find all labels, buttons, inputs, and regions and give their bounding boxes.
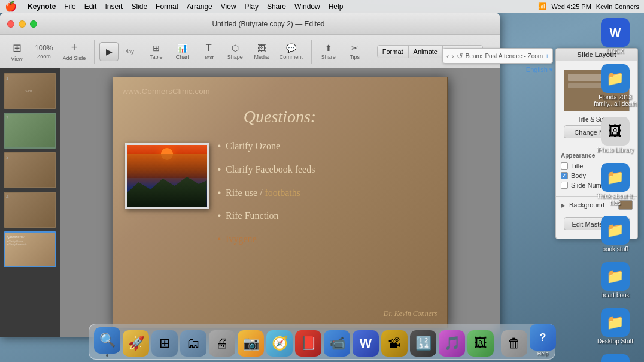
- share-button[interactable]: ⬆ Share: [317, 41, 341, 62]
- canvas-area[interactable]: www.ConnersClinic.com Questions: • Clari…: [60, 68, 500, 337]
- menubar-wifi-icon: 📶: [538, 2, 546, 10]
- view-label: View: [11, 56, 22, 62]
- window-title: Untitled (Butyrate copy 2) — Edited: [44, 20, 493, 28]
- bullet-1: • Clarify Ozone: [218, 140, 438, 153]
- bullet-5: • Ivygene: [218, 233, 438, 246]
- bullet-dot-2: •: [218, 164, 221, 175]
- tips-icon: ✂: [351, 43, 359, 53]
- dock-pdf[interactable]: 📕: [295, 330, 321, 357]
- dock-safari[interactable]: 🧭: [266, 330, 293, 357]
- itunes-icon: 🎵: [439, 330, 465, 357]
- slide-title[interactable]: Questions:: [113, 107, 447, 126]
- menu-play[interactable]: Play: [245, 2, 259, 11]
- launchpad-icon: 🚀: [123, 330, 149, 357]
- dock-printer[interactable]: 🖨: [209, 330, 235, 357]
- table-button[interactable]: ⊞ Table: [144, 41, 168, 62]
- dock-trash[interactable]: 🗑: [501, 330, 527, 357]
- office-folder-icon: 📁: [601, 354, 630, 362]
- desktop-icon-florida[interactable]: 📁 Florida 2013 family...all death: [591, 64, 639, 107]
- menu-share[interactable]: Share: [267, 2, 286, 11]
- chart-button[interactable]: 📊 Chart: [171, 41, 195, 62]
- iphoto-icon-label: iPhoto Library: [597, 147, 634, 153]
- view-button[interactable]: ⊞ View: [5, 39, 29, 64]
- minimize-button[interactable]: [19, 20, 26, 28]
- desktop-icon-docx[interactable]: W DOCX: [591, 18, 639, 55]
- menubar-user[interactable]: Kevin Conners: [596, 3, 639, 10]
- menu-keynote[interactable]: Keynote: [28, 2, 56, 11]
- dock-word[interactable]: W: [353, 330, 379, 357]
- desktop-icon-bookstuff[interactable]: 📁 book stuff: [591, 216, 639, 252]
- pdf-icon: 📕: [295, 330, 321, 357]
- slide-thumb-4[interactable]: 4: [4, 192, 56, 228]
- fullscreen-button[interactable]: [30, 20, 37, 28]
- bullet-text-3: Rife use / footbaths: [226, 187, 300, 200]
- finder-icon: 🔍: [94, 327, 120, 354]
- bullet-dot-3: •: [218, 188, 221, 198]
- menu-help[interactable]: Help: [329, 2, 344, 11]
- menu-file[interactable]: File: [64, 2, 75, 11]
- menu-insert[interactable]: Insert: [105, 2, 123, 11]
- desktop-icon-heartbook[interactable]: 📁 heart book: [591, 262, 639, 298]
- dock-preview[interactable]: 🖼: [467, 330, 494, 357]
- menubar-right: 📶 Wed 4:25 PM Kevin Conners: [538, 2, 639, 10]
- apple-menu-icon[interactable]: 🍎: [5, 1, 17, 12]
- slide-thumb-5[interactable]: Questions: • Clarify Ozone • Clarify Fac…: [4, 231, 56, 267]
- photos-icon: 📷: [238, 330, 264, 357]
- desktop-icon-office[interactable]: 📁 Office Action Photos...a Clini: [591, 354, 639, 362]
- desktop-icon-desktop[interactable]: 📁 Desktop Stuff: [591, 308, 639, 345]
- slide-number-4: 4: [6, 194, 8, 200]
- menu-arrange[interactable]: Arrange: [187, 2, 212, 11]
- format-tab-button[interactable]: Format: [378, 46, 409, 58]
- dock-itunes[interactable]: 🎵: [439, 330, 465, 357]
- comment-button[interactable]: 💬 Comment: [276, 41, 306, 62]
- sky-element: [127, 154, 207, 178]
- media-button[interactable]: 🖼 Media: [250, 41, 274, 62]
- close-button[interactable]: [7, 20, 14, 28]
- body-checkbox[interactable]: ✓: [561, 172, 568, 179]
- shape-button[interactable]: ⬡ Shape: [223, 41, 247, 62]
- slide-number-checkbox[interactable]: [561, 182, 568, 189]
- toolbar-separator-4: [372, 40, 372, 64]
- menu-view[interactable]: View: [221, 2, 236, 11]
- browser-reload-icon[interactable]: ↺: [457, 52, 463, 61]
- slide-thumb-2[interactable]: 2: [4, 113, 56, 149]
- slide-thumb-1[interactable]: Slide 1 1: [4, 73, 56, 109]
- menu-window[interactable]: Window: [294, 2, 320, 11]
- desktop-icon-iphoto[interactable]: 🖼 iPhoto Library: [591, 117, 639, 153]
- slide-canvas[interactable]: www.ConnersClinic.com Questions: • Clari…: [113, 77, 448, 328]
- browser-forward-icon[interactable]: ›: [451, 52, 454, 61]
- menu-slide[interactable]: Slide: [131, 2, 147, 11]
- animate-tab-button[interactable]: Animate: [409, 46, 443, 58]
- bullet-dot-4: •: [218, 210, 221, 221]
- menu-edit[interactable]: Edit: [84, 2, 97, 11]
- docx-icon-label: DOCX: [607, 48, 624, 55]
- shape-label: Shape: [227, 54, 243, 60]
- dock-mission-control[interactable]: ⊞: [151, 330, 178, 357]
- dock-finder[interactable]: 🔍: [94, 327, 120, 357]
- help-icon: ?: [530, 324, 556, 351]
- browser-back-icon[interactable]: ‹: [446, 52, 449, 61]
- slide-url: www.ConnersClinic.com: [123, 87, 210, 96]
- zoom-button[interactable]: 100% Zoom: [31, 41, 57, 62]
- menu-format[interactable]: Format: [156, 2, 178, 11]
- share-label: Share: [321, 54, 336, 60]
- play-button[interactable]: ▶: [99, 42, 119, 61]
- text-button[interactable]: T Text: [197, 40, 221, 63]
- desktop-icon-think[interactable]: 📁 Think about it, files: [591, 163, 639, 206]
- dock-help[interactable]: ? Help: [530, 324, 556, 357]
- dock-launchpad[interactable]: 🚀: [123, 330, 149, 357]
- dock-zoom[interactable]: 📹: [324, 330, 350, 357]
- browser-lang[interactable]: +: [545, 53, 549, 59]
- slide-thumb-3[interactable]: 3: [4, 152, 56, 188]
- title-checkbox[interactable]: [561, 162, 568, 170]
- tips-button[interactable]: ✂ Tips: [343, 41, 367, 62]
- add-slide-button[interactable]: + Add Slide: [59, 39, 90, 64]
- dock-calculator[interactable]: 🔢: [410, 330, 436, 357]
- bullet-text-4: Rife Function: [226, 210, 278, 222]
- dock-photos[interactable]: 📷: [238, 330, 264, 357]
- zoom-icon: 📹: [324, 330, 350, 357]
- dock-keynote[interactable]: 📽: [381, 330, 408, 357]
- dock-file-manager[interactable]: 🗂: [180, 330, 206, 357]
- language-selector[interactable]: English ▾: [526, 66, 553, 74]
- heartbook-icon-label: heart book: [601, 292, 629, 298]
